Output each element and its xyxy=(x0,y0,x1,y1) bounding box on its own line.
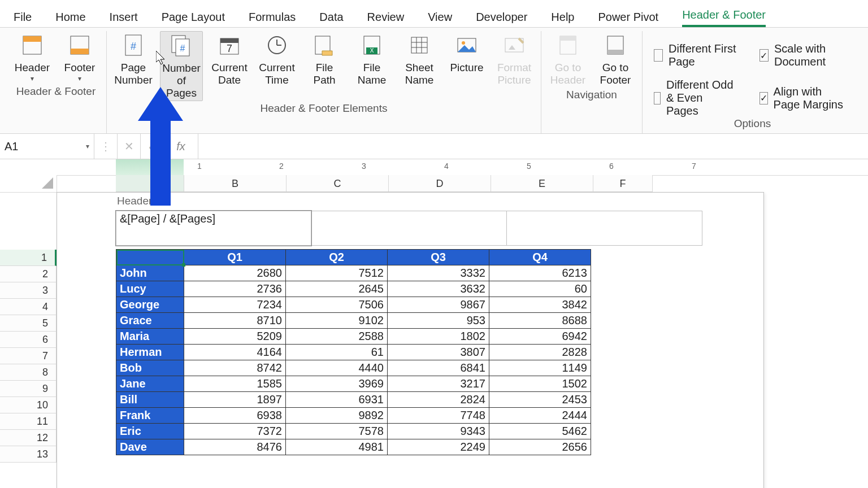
data-cell[interactable]: 61 xyxy=(286,345,388,360)
check-diff-first[interactable]: Different First Page xyxy=(654,42,737,68)
data-cell[interactable]: 7372 xyxy=(184,424,286,439)
data-cell[interactable]: 4981 xyxy=(286,439,388,455)
data-cell[interactable]: 8742 xyxy=(184,360,286,376)
row-header[interactable]: 1 xyxy=(0,250,57,266)
data-cell[interactable]: 2249 xyxy=(388,439,489,455)
table-header[interactable]: Q4 xyxy=(489,250,591,265)
row-name-cell[interactable]: Jane xyxy=(116,376,184,392)
row-name-cell[interactable]: Maria xyxy=(116,329,184,345)
page-number-button[interactable]: # Page Number xyxy=(112,31,154,88)
data-cell[interactable]: 4164 xyxy=(184,345,286,360)
tab-file[interactable]: File xyxy=(14,11,32,27)
header-center-box[interactable] xyxy=(311,211,507,246)
data-cell[interactable]: 3332 xyxy=(388,265,489,281)
tab-review[interactable]: Review xyxy=(367,11,405,27)
header-right-box[interactable] xyxy=(507,211,702,246)
data-cell[interactable]: 2680 xyxy=(184,265,286,281)
current-time-button[interactable]: Current Time xyxy=(256,31,298,88)
col-header-a[interactable] xyxy=(116,175,184,192)
data-cell[interactable]: 7748 xyxy=(388,408,489,424)
data-cell[interactable]: 2824 xyxy=(388,392,489,408)
row-name-cell[interactable]: Frank xyxy=(116,408,184,424)
data-cell[interactable]: 9892 xyxy=(286,408,388,424)
row-header[interactable]: 3 xyxy=(0,282,57,299)
select-all-corner[interactable] xyxy=(0,159,57,193)
row-header[interactable]: 13 xyxy=(0,446,57,463)
tab-view[interactable]: View xyxy=(428,11,452,27)
tab-data[interactable]: Data xyxy=(319,11,343,27)
data-cell[interactable]: 2453 xyxy=(489,392,591,408)
row-name-cell[interactable]: Lucy xyxy=(116,281,184,297)
enter-icon[interactable]: ✓ xyxy=(141,134,164,159)
row-name-cell[interactable]: George xyxy=(116,297,184,313)
data-cell[interactable]: 9343 xyxy=(388,424,489,439)
data-cell[interactable]: 7512 xyxy=(286,265,388,281)
fx-label[interactable]: fx xyxy=(164,134,198,159)
data-cell[interactable]: 1802 xyxy=(388,329,489,345)
data-cell[interactable]: 2444 xyxy=(489,408,591,424)
data-cell[interactable]: 6938 xyxy=(184,408,286,424)
col-header-b[interactable]: B xyxy=(184,175,287,192)
check-align[interactable]: ✓ Align with Page Margins xyxy=(760,79,851,117)
number-of-pages-button[interactable]: # Number of Pages xyxy=(160,31,203,101)
data-cell[interactable]: 6942 xyxy=(489,329,591,345)
row-header[interactable]: 7 xyxy=(0,348,57,364)
row-header[interactable]: 5 xyxy=(0,315,57,332)
data-cell[interactable]: 3807 xyxy=(388,345,489,360)
table-header[interactable]: Q1 xyxy=(184,250,286,265)
formula-input[interactable] xyxy=(198,134,868,159)
data-cell[interactable]: 9867 xyxy=(388,297,489,313)
sheet-name-button[interactable]: Sheet Name xyxy=(398,31,440,88)
col-header-e[interactable]: E xyxy=(491,175,593,192)
data-cell[interactable]: 6213 xyxy=(489,265,591,281)
col-header-d[interactable]: D xyxy=(389,175,491,192)
go-to-footer-button[interactable]: Go to Footer xyxy=(594,31,636,88)
row-header[interactable]: 2 xyxy=(0,266,57,282)
data-cell[interactable]: 2645 xyxy=(286,281,388,297)
row-name-cell[interactable]: Bill xyxy=(116,392,184,408)
row-name-cell[interactable]: Herman xyxy=(116,345,184,360)
cancel-icon[interactable]: ✕ xyxy=(118,134,141,159)
row-name-cell[interactable]: Eric xyxy=(116,424,184,439)
file-name-button[interactable]: X File Name xyxy=(351,31,393,88)
row-name-cell[interactable]: John xyxy=(116,265,184,281)
data-cell[interactable]: 2588 xyxy=(286,329,388,345)
data-cell[interactable]: 2828 xyxy=(489,345,591,360)
data-cell[interactable]: 3969 xyxy=(286,376,388,392)
table-header[interactable]: Q3 xyxy=(388,250,489,265)
current-date-button[interactable]: 7 Current Date xyxy=(209,31,250,88)
data-cell[interactable]: 7234 xyxy=(184,297,286,313)
data-cell[interactable]: 4440 xyxy=(286,360,388,376)
data-cell[interactable]: 6841 xyxy=(388,360,489,376)
row-header[interactable]: 4 xyxy=(0,299,57,315)
data-cell[interactable]: 8688 xyxy=(489,313,591,329)
data-cell[interactable]: 5209 xyxy=(184,329,286,345)
header-button[interactable]: Header ▾ xyxy=(11,31,53,84)
row-header[interactable]: 10 xyxy=(0,397,57,413)
data-cell[interactable]: 1897 xyxy=(184,392,286,408)
name-box[interactable]: A1 ▾ xyxy=(0,134,94,159)
data-cell[interactable]: 1502 xyxy=(489,376,591,392)
tab-help[interactable]: Help xyxy=(551,11,574,27)
data-cell[interactable]: 8476 xyxy=(184,439,286,455)
cell-a1[interactable] xyxy=(116,250,184,265)
data-cell[interactable]: 2656 xyxy=(489,439,591,455)
tab-home[interactable]: Home xyxy=(55,11,85,27)
data-cell[interactable]: 1149 xyxy=(489,360,591,376)
row-header[interactable]: 9 xyxy=(0,381,57,397)
data-cell[interactable]: 6931 xyxy=(286,392,388,408)
check-diff-oe[interactable]: Different Odd & Even Pages xyxy=(654,79,737,117)
table-header[interactable]: Q2 xyxy=(286,250,388,265)
data-cell[interactable]: 3842 xyxy=(489,297,591,313)
file-path-button[interactable]: File Path xyxy=(303,31,345,88)
row-header[interactable]: 11 xyxy=(0,413,57,430)
data-cell[interactable]: 5462 xyxy=(489,424,591,439)
row-name-cell[interactable]: Bob xyxy=(116,360,184,376)
tab-page-layout[interactable]: Page Layout xyxy=(162,11,225,27)
data-cell[interactable]: 9102 xyxy=(286,313,388,329)
row-header[interactable]: 6 xyxy=(0,332,57,348)
row-header[interactable]: 12 xyxy=(0,430,57,446)
data-cell[interactable]: 7578 xyxy=(286,424,388,439)
check-scale[interactable]: ✓ Scale with Document xyxy=(760,42,851,68)
row-name-cell[interactable]: Grace xyxy=(116,313,184,329)
